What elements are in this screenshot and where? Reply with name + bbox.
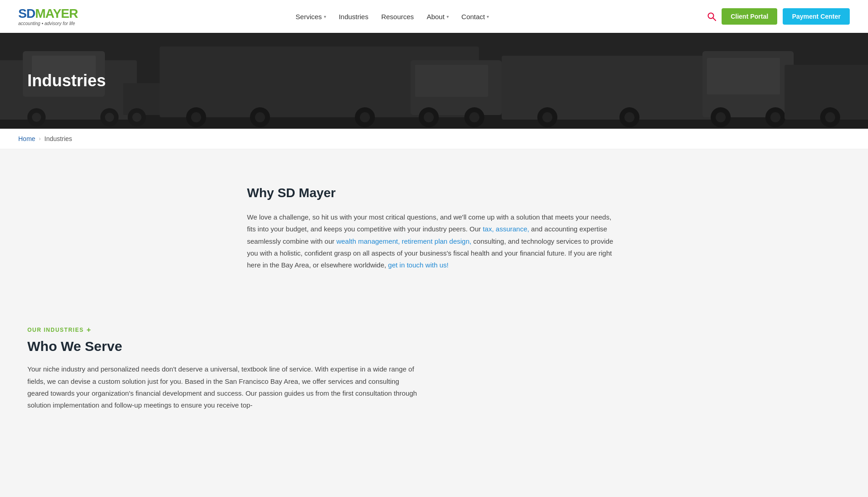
header-actions: Client Portal Payment Center [707, 8, 850, 25]
retirement-plan-link[interactable]: retirement plan design, [402, 237, 472, 245]
breadcrumb: Home › Industries [0, 129, 868, 149]
who-we-serve-text: Your niche industry and personalized nee… [27, 363, 420, 411]
why-section-title: Why SD Mayer [247, 186, 621, 200]
industries-section: OUR INDUSTRIES + Who We Serve Your niche… [0, 308, 868, 439]
nav-item-industries[interactable]: Industries [339, 13, 369, 21]
svg-rect-41 [0, 33, 868, 129]
section-tag-text: OUR INDUSTRIES [27, 327, 84, 333]
nav-item-contact[interactable]: Contact ▾ [462, 13, 489, 21]
who-we-serve-title: Who We Serve [27, 339, 841, 354]
site-header: SDMAYER accounting • advisory for life S… [0, 0, 868, 33]
get-in-touch-link[interactable]: get in touch with us! [388, 261, 449, 269]
chevron-down-icon: ▾ [447, 14, 449, 19]
hero-content: Industries [0, 71, 106, 90]
nav-item-services[interactable]: Services ▾ [296, 13, 326, 21]
search-button[interactable] [707, 12, 716, 21]
search-icon [707, 12, 716, 21]
hero-background [0, 33, 868, 129]
section-tag-plus: + [87, 326, 92, 334]
assurance-link[interactable]: assurance, [496, 225, 529, 233]
section-tag: OUR INDUSTRIES + [27, 326, 841, 334]
main-nav: Services ▾ Industries Resources About ▾ … [296, 13, 489, 21]
hero-trucks-svg [0, 33, 868, 129]
breadcrumb-home-link[interactable]: Home [18, 135, 35, 142]
logo-tagline: accounting • advisory for life [18, 21, 78, 26]
logo-sd: SD [18, 6, 35, 21]
why-section-text: We love a challenge, so hit us with your… [247, 211, 621, 271]
logo[interactable]: SDMAYER accounting • advisory for life [18, 7, 78, 26]
svg-line-1 [713, 18, 716, 21]
wealth-management-link[interactable]: wealth management, [336, 237, 400, 245]
logo-mayer: MAYER [35, 6, 78, 21]
hero-banner: Industries [0, 33, 868, 129]
breadcrumb-current: Industries [44, 135, 72, 142]
chevron-down-icon: ▾ [487, 14, 489, 19]
nav-item-resources[interactable]: Resources [381, 13, 414, 21]
payment-center-button[interactable]: Payment Center [783, 8, 850, 25]
nav-item-about[interactable]: About ▾ [426, 13, 448, 21]
why-section: Why SD Mayer We love a challenge, so hit… [229, 149, 639, 308]
hero-title: Industries [27, 71, 106, 90]
chevron-down-icon: ▾ [324, 14, 326, 19]
client-portal-button[interactable]: Client Portal [722, 8, 777, 25]
main-content: Why SD Mayer We love a challenge, so hit… [0, 149, 868, 439]
breadcrumb-separator: › [39, 136, 41, 142]
tax-link[interactable]: tax, [483, 225, 494, 233]
